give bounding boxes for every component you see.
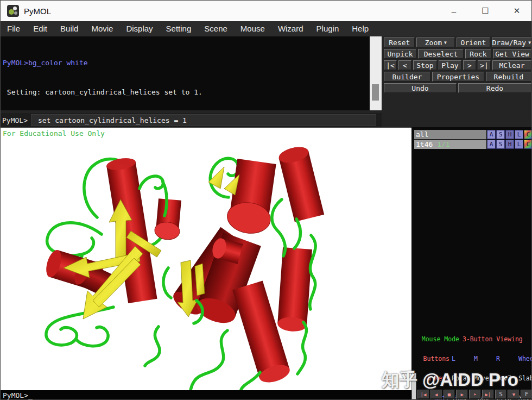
movie-control-bar: |◀ ◀ ■ ▶ ➤ ▶| S ▼ F [417, 390, 532, 399]
menu-wizard[interactable]: Wizard [271, 21, 310, 36]
menu-build[interactable]: Build [54, 21, 85, 36]
menu-edit[interactable]: Edit [27, 21, 54, 36]
educational-notice: For Educational Use Only [3, 129, 105, 138]
label-menu-button[interactable]: L [515, 130, 523, 139]
mouse-mode-panel: Mouse Mode3-Button Viewing ButtonsLMRWhe… [416, 323, 531, 400]
hide-menu-button[interactable]: H [505, 140, 514, 149]
pymol-app-icon [7, 5, 19, 17]
movie-stop-button[interactable]: ■ [444, 390, 455, 399]
command-input[interactable] [31, 114, 376, 126]
mouse-mode-value: 3-Button Viewing [463, 336, 523, 342]
label-menu-button[interactable]: L [515, 140, 523, 149]
movie-stop-button[interactable]: Stop [413, 60, 437, 70]
color-menu-button[interactable]: C [524, 130, 532, 139]
fullscreen-button[interactable]: F [521, 390, 532, 399]
console-scrollbar[interactable] [370, 36, 382, 110]
unpick-button[interactable]: Unpick [384, 49, 416, 59]
menu-mouse[interactable]: Mouse [234, 21, 271, 36]
chevron-down-icon: ▼ [444, 40, 447, 45]
get-view-button[interactable]: Get View [493, 49, 531, 59]
movie-play-button[interactable]: Play [439, 60, 461, 70]
command-prompt-label: PyMOL> [2, 116, 28, 124]
upper-section: PyMOL>bg_color white Setting: cartoon_cy… [1, 36, 532, 127]
maximize-button[interactable]: ☐ [470, 1, 501, 21]
menu-scene[interactable]: Scene [198, 21, 234, 36]
rebuild-button[interactable]: Rebuild [486, 72, 531, 82]
properties-button[interactable]: Properties [432, 72, 484, 82]
menu-setting[interactable]: Setting [160, 21, 198, 36]
movie-step-back-button[interactable]: ◀ [430, 390, 442, 399]
object-list: all A S H L C 1t46 1/1 A S H L C [414, 130, 532, 149]
object-name: all [416, 130, 428, 139]
mouse-mode-label: Mouse Mode [416, 336, 459, 342]
viewport-canvas[interactable]: For Educational Use Only [1, 127, 411, 390]
action-menu-button[interactable]: A [487, 130, 496, 139]
show-menu-button[interactable]: S [496, 130, 505, 139]
control-panel: Reset Zoom▼ Orient Draw/Ray▼ Unpick Dese… [384, 38, 531, 95]
zoom-dropdown-button[interactable]: Zoom▼ [416, 38, 455, 47]
title-bar: PyMOL – ☐ ✕ [1, 1, 532, 21]
movie-prev-button[interactable]: < [398, 60, 411, 70]
window-title: PyMOL [24, 7, 51, 16]
object-name: 1t46 [416, 140, 433, 148]
minimize-button[interactable]: – [438, 1, 470, 21]
panel-grip[interactable] [411, 373, 416, 399]
movie-next-button[interactable]: > [463, 60, 476, 70]
builder-button[interactable]: Builder [384, 72, 430, 82]
redo-button[interactable]: Redo [458, 83, 531, 93]
mouse-row-label: & Keys [416, 375, 449, 382]
side-panel: all A S H L C 1t46 1/1 A S H L C [411, 127, 532, 400]
menu-file[interactable]: File [1, 21, 27, 36]
movie-first-button[interactable]: |< [384, 60, 397, 70]
console-scrollbar-thumb[interactable] [372, 84, 379, 101]
hide-menu-button[interactable]: H [505, 130, 514, 139]
orient-button[interactable]: Orient [457, 38, 490, 47]
sculpt-toggle-button[interactable]: S [495, 390, 507, 399]
reset-button[interactable]: Reset [384, 38, 415, 47]
command-row: PyMOL> [1, 113, 382, 127]
menu-plugin[interactable]: Plugin [310, 21, 346, 36]
console-line: Setting: cartoon_cylindrical_helices set… [3, 88, 370, 97]
pymol-window: PyMOL – ☐ ✕ File Edit Build Movie Displa… [0, 0, 532, 400]
status-bar: PyMOL>_ [1, 390, 411, 400]
deselect-button[interactable]: Deselect [418, 49, 464, 59]
show-menu-button[interactable]: S [496, 140, 505, 149]
undo-button[interactable]: Undo [384, 83, 457, 93]
chevron-down-icon: ▼ [528, 40, 531, 45]
close-button[interactable]: ✕ [501, 1, 532, 21]
movie-last-button[interactable]: >| [478, 60, 491, 70]
menu-display[interactable]: Display [119, 21, 159, 36]
movie-go-to-start-button[interactable]: |◀ [417, 390, 429, 399]
object-row-1t46[interactable]: 1t46 1/1 A S H L C [414, 140, 532, 149]
draw-ray-dropdown-button[interactable]: Draw/Ray▼ [492, 38, 531, 47]
status-prompt[interactable]: PyMOL>_ [3, 391, 33, 399]
movie-step-forward-button[interactable]: ➤ [469, 390, 481, 399]
mouse-row-label: Buttons [416, 355, 449, 362]
movie-go-to-end-button[interactable]: ▶| [482, 390, 494, 399]
action-menu-button[interactable]: A [487, 140, 496, 149]
object-state: 1/1 [437, 140, 449, 148]
menu-movie[interactable]: Movie [85, 21, 119, 36]
console-line: PyMOL>bg_color white [3, 58, 370, 68]
color-menu-button[interactable]: C [524, 140, 532, 149]
molecule-render [1, 128, 411, 391]
menu-help[interactable]: Help [345, 21, 375, 36]
mclear-button[interactable]: MClear [492, 60, 531, 70]
movie-play-button[interactable]: ▶ [456, 390, 468, 399]
panel-expand-button[interactable]: ▼ [508, 390, 520, 399]
rock-button[interactable]: Rock [465, 49, 491, 59]
menu-bar: File Edit Build Movie Display Setting Sc… [1, 21, 532, 36]
console-log: PyMOL>bg_color white Setting: cartoon_cy… [1, 36, 370, 110]
object-row-all[interactable]: all A S H L C [414, 130, 532, 139]
